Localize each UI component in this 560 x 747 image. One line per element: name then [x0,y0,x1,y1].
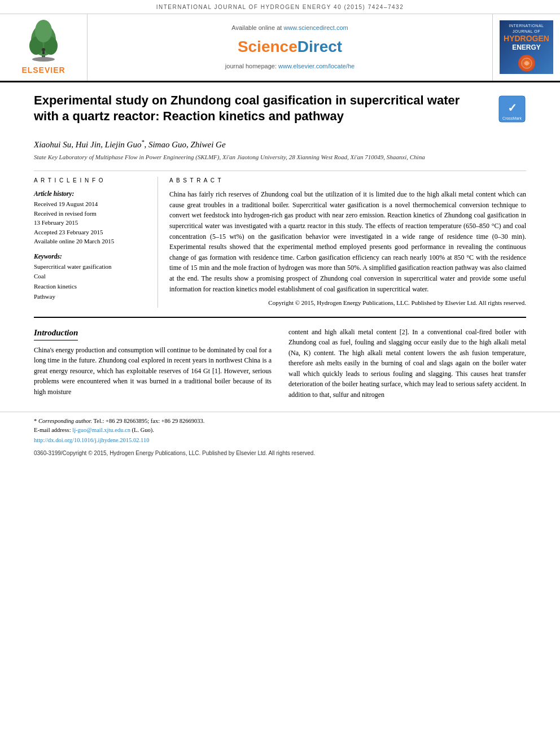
received-date1: Received 19 August 2014 [34,199,146,209]
abstract-label: A B S T R A C T [169,177,526,185]
article-info-label: A R T I C L E I N F O [34,177,146,185]
journal-homepage-text: journal homepage: www.elsevier.com/locat… [225,62,355,71]
journal-url[interactable]: www.elsevier.com/locate/he [278,63,355,69]
doi-anchor[interactable]: http://dx.doi.org/10.1016/j.ijhydene.201… [34,437,149,443]
info-abstract-section: A R T I C L E I N F O Article history: R… [0,177,560,307]
when-keyword: when [113,377,128,385]
elsevier-brand-text: ELSEVIER [21,65,65,76]
received-revised-label: Received in revised form [34,209,146,219]
corresponding-label: Corresponding author. [38,418,92,424]
direct-text: Direct [298,38,342,55]
journal-energy-text: ENERGY [512,43,541,53]
sciencedirect-info: Available online at www.sciencedirect.co… [88,14,492,81]
svg-point-6 [42,48,45,51]
article-history-block: Article history: Received 19 August 2014… [34,189,146,246]
issn-bar: 0360-3199/Copyright © 2015, Hydrogen Ene… [0,447,560,460]
tel-text: Tel.: +86 29 82663895; fax: +86 29 82669… [94,418,205,424]
svg-point-1 [32,57,55,62]
article-title-section: Experimental study on Zhundong coal gasi… [0,82,560,136]
crossmark-badge[interactable]: ✓ CrossMark [498,95,526,123]
email-note: E-mail address: lj-guo@mail.xjtu.edu.cn … [34,426,526,435]
history-label: Article history: [34,189,146,198]
journal-cover-image: International Journal of HYDROGEN ENERGY [500,20,553,74]
svg-point-5 [35,20,52,42]
abstract-text: China has fairly rich reserves of Zhundo… [169,189,526,294]
keyword-4: Pathway [34,292,146,302]
body-left-column: Introduction China's energy production a… [34,327,272,400]
keyword-3: Reaction kinetics [34,282,146,292]
journal-cover-block: International Journal of HYDROGEN ENERGY [492,14,560,81]
received-revised-date: 13 February 2015 [34,218,146,228]
journal-header-bar: INTERNATIONAL JOURNAL OF HYDROGEN ENERGY… [0,0,560,14]
email-link[interactable]: lj-guo@mail.xjtu.edu.cn [72,427,130,433]
keyword-1: Supercritical water gasification [34,262,146,272]
authors-section: Xiaohui Su, Hui Jin, Liejin Guo*, Simao … [0,136,560,165]
thick-section-divider [34,317,526,318]
introduction-heading: Introduction [34,327,78,340]
corresponding-author-note: * Corresponding author. Tel.: +86 29 826… [34,417,526,426]
body-right-column: content and high alkali metal content [2… [288,327,526,400]
authors-list: Xiaohui Su, Hui Jin, Liejin Guo*, Simao … [34,138,526,151]
elsevier-tree-icon [18,19,69,64]
footnote-section: * Corresponding author. Tel.: +86 29 826… [0,412,560,447]
article-title: Experimental study on Zhundong coal gasi… [34,93,487,125]
keywords-block: Keywords: Supercritical water gasificati… [34,252,146,302]
elsevier-logo-block: ELSEVIER [0,14,88,81]
journal-title: INTERNATIONAL JOURNAL OF HYDROGEN ENERGY… [156,4,404,10]
keyword-2: Coal [34,272,146,282]
accepted-date: Accepted 23 February 2015 [34,228,146,237]
journal-intl-text: International Journal of [500,23,553,34]
doi-link[interactable]: http://dx.doi.org/10.1016/j.ijhydene.201… [34,436,526,445]
copyright-text: Copyright © 2015, Hydrogen Energy Public… [169,299,526,307]
email-suffix: (L. Guo). [132,427,154,433]
svg-text:✓: ✓ [508,102,517,114]
svg-text:CrossMark: CrossMark [502,116,522,120]
journal-cover-circle [518,55,535,72]
svg-rect-7 [42,51,45,54]
sciencedirect-logo: ScienceDirect [238,36,342,58]
introduction-left-text: China's energy production and consumptio… [34,345,272,397]
email-prefix: E-mail address: [34,427,71,433]
available-online-date: Available online 20 March 2015 [34,237,146,246]
issn-text: 0360-3199/Copyright © 2015, Hydrogen Ene… [34,450,315,456]
section-divider [34,171,526,171]
journal-hydrogen-text: HYDROGEN [504,34,549,43]
article-info-column: A R T I C L E I N F O Article history: R… [34,177,158,307]
author-affiliation: State Key Laboratory of Multiphase Flow … [34,153,526,161]
journal-header: ELSEVIER Available online at www.science… [0,14,560,82]
body-section: Introduction China's energy production a… [0,327,560,400]
introduction-right-text: content and high alkali metal content [2… [288,327,526,400]
sciencedirect-url[interactable]: www.sciencedirect.com [283,24,348,31]
keywords-label: Keywords: [34,252,146,261]
available-online-text: Available online at www.sciencedirect.co… [231,24,348,32]
footnote-asterisk: * [34,418,38,424]
abstract-column: A B S T R A C T China has fairly rich re… [158,177,526,307]
science-text: Science [238,38,298,55]
